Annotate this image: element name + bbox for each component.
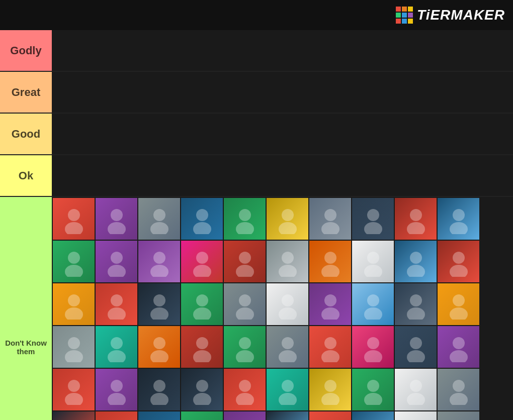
tier-item[interactable] — [224, 198, 266, 240]
tier-item[interactable] — [267, 283, 308, 325]
tier-item[interactable] — [96, 326, 137, 368]
tier-item[interactable] — [96, 283, 137, 325]
svg-point-6 — [196, 209, 208, 221]
tier-item[interactable] — [395, 369, 437, 410]
svg-point-29 — [236, 265, 254, 277]
tier-content-dontknow — [52, 197, 513, 420]
tier-item[interactable] — [181, 411, 223, 420]
svg-point-15 — [364, 222, 382, 234]
tier-item[interactable] — [438, 326, 479, 368]
tier-item[interactable] — [352, 283, 394, 325]
svg-point-26 — [196, 252, 208, 264]
svg-point-23 — [108, 265, 126, 277]
tier-item[interactable] — [96, 369, 137, 410]
svg-point-5 — [150, 222, 168, 234]
tier-item[interactable] — [352, 241, 394, 282]
tier-item[interactable] — [267, 198, 308, 240]
tier-item[interactable] — [138, 326, 180, 368]
tier-item[interactable] — [138, 369, 180, 410]
tier-item[interactable] — [53, 198, 95, 240]
tier-item[interactable] — [352, 198, 394, 240]
tier-item[interactable] — [224, 369, 266, 410]
tier-item[interactable] — [438, 369, 479, 410]
tier-item[interactable] — [352, 326, 394, 368]
svg-point-24 — [153, 252, 165, 264]
tier-item[interactable] — [53, 411, 95, 420]
tier-item[interactable] — [181, 198, 223, 240]
tier-item[interactable] — [395, 326, 437, 368]
tier-item[interactable] — [224, 326, 266, 368]
tier-item[interactable] — [96, 198, 137, 240]
tier-item[interactable] — [181, 283, 223, 325]
svg-point-36 — [410, 252, 422, 264]
tier-content-godly — [52, 30, 513, 71]
tier-item[interactable] — [309, 326, 351, 368]
tier-row-godly: Godly — [0, 30, 513, 72]
tier-item[interactable] — [53, 369, 95, 410]
tier-item[interactable] — [309, 283, 351, 325]
tier-item[interactable] — [309, 369, 351, 410]
tier-item[interactable] — [138, 198, 180, 240]
svg-point-90 — [282, 380, 294, 392]
svg-point-50 — [282, 294, 294, 306]
tier-item[interactable] — [53, 326, 95, 368]
tier-label-great: Great — [0, 72, 52, 113]
svg-point-62 — [111, 337, 123, 349]
tier-item[interactable] — [267, 326, 308, 368]
tier-item[interactable] — [53, 241, 95, 282]
tier-item[interactable] — [138, 283, 180, 325]
tier-item[interactable] — [267, 369, 308, 410]
svg-point-67 — [193, 350, 211, 362]
svg-point-96 — [410, 380, 422, 392]
svg-point-47 — [193, 307, 211, 320]
tier-item[interactable] — [395, 241, 437, 282]
tier-item[interactable] — [267, 411, 308, 420]
svg-point-69 — [236, 350, 254, 362]
svg-point-46 — [196, 294, 208, 306]
svg-point-84 — [153, 380, 165, 392]
tier-item[interactable] — [309, 198, 351, 240]
svg-point-2 — [111, 209, 123, 221]
tier-item[interactable] — [267, 241, 308, 282]
svg-point-37 — [407, 265, 425, 277]
svg-point-92 — [324, 380, 336, 392]
tier-item[interactable] — [352, 411, 394, 420]
svg-point-53 — [321, 307, 339, 320]
tier-item[interactable] — [395, 283, 437, 325]
tier-item[interactable] — [53, 283, 95, 325]
svg-point-72 — [324, 337, 336, 349]
svg-point-31 — [279, 265, 297, 277]
svg-point-34 — [367, 252, 379, 264]
tier-item[interactable] — [96, 411, 137, 420]
tier-item[interactable] — [309, 411, 351, 420]
svg-point-77 — [407, 350, 425, 362]
tier-item[interactable] — [224, 411, 266, 420]
tier-item[interactable] — [395, 411, 437, 420]
tier-item[interactable] — [96, 241, 137, 282]
tier-item[interactable] — [224, 241, 266, 282]
svg-point-82 — [111, 380, 123, 392]
tier-item[interactable] — [438, 198, 479, 240]
tier-item[interactable] — [438, 283, 479, 325]
tier-item[interactable] — [181, 369, 223, 410]
tier-label-godly: Godly — [0, 30, 52, 71]
tier-item[interactable] — [138, 241, 180, 282]
tier-item[interactable] — [181, 241, 223, 282]
tier-item[interactable] — [224, 283, 266, 325]
svg-point-52 — [324, 294, 336, 306]
svg-point-66 — [196, 337, 208, 349]
svg-point-93 — [321, 393, 339, 405]
svg-point-27 — [193, 265, 211, 277]
svg-point-75 — [364, 350, 382, 362]
tier-item[interactable] — [395, 198, 437, 240]
svg-point-13 — [321, 222, 339, 234]
tier-label-ok: Ok — [0, 155, 52, 196]
tier-item[interactable] — [438, 241, 479, 282]
tier-item[interactable] — [352, 369, 394, 410]
tier-item[interactable] — [438, 411, 479, 420]
tier-item[interactable] — [309, 241, 351, 282]
svg-point-85 — [150, 393, 168, 405]
tier-item[interactable] — [181, 326, 223, 368]
tier-item[interactable] — [138, 411, 180, 420]
tier-content-good — [52, 114, 513, 154]
